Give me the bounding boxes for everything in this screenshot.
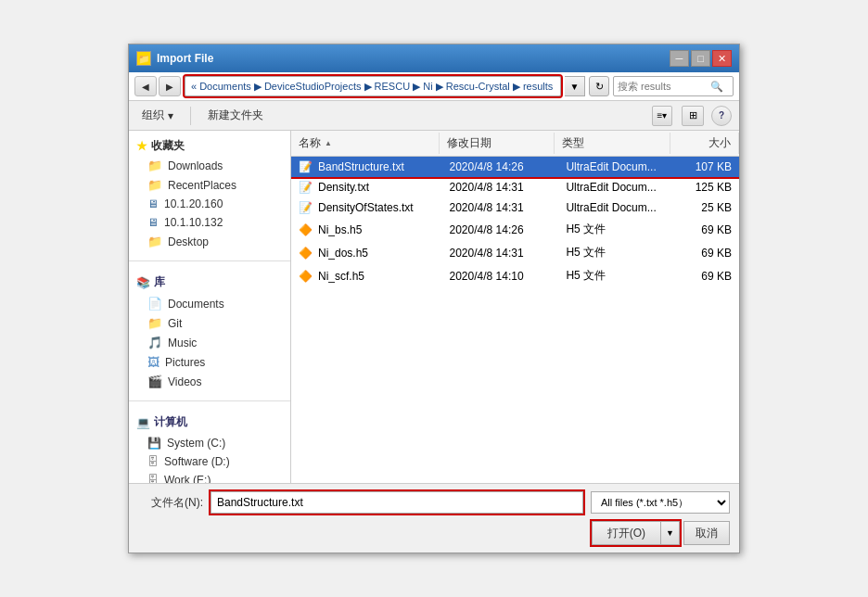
txt-file-icon: 📝 bbox=[299, 201, 313, 214]
open-button-group: 打开(O) ▼ bbox=[592, 521, 680, 545]
title-bar-left: 📁 Import File bbox=[136, 51, 213, 66]
col-name[interactable]: 名称 ▲ bbox=[291, 133, 440, 154]
table-row[interactable]: 📝 DensityOfStates.txt 2020/4/8 14:31 Ult… bbox=[291, 197, 739, 218]
file-date: 2020/4/8 14:31 bbox=[450, 181, 524, 194]
sidebar-item-10120160-label: 10.1.20.160 bbox=[164, 197, 223, 210]
col-type-label: 类型 bbox=[562, 136, 584, 149]
table-row[interactable]: 🔶 Ni_bs.h5 2020/4/8 14:26 H5 文件 69 KB bbox=[291, 218, 739, 241]
search-icon: 🔍 bbox=[710, 81, 723, 93]
sort-arrow-icon: ▲ bbox=[325, 139, 332, 147]
organize-dropdown-icon: ▾ bbox=[168, 109, 173, 122]
computer-section: 💻 计算机 💾 System (C:) 🗄 Software (D:) 🗄 Wo… bbox=[129, 405, 290, 483]
sidebar-item-git[interactable]: 📁 Git bbox=[129, 313, 290, 333]
file-size: 125 KB bbox=[696, 181, 732, 194]
file-size-cell: 69 KB bbox=[670, 222, 739, 238]
table-row[interactable]: 🔶 Ni_scf.h5 2020/4/8 14:10 H5 文件 69 KB bbox=[291, 264, 739, 287]
sidebar-item-work-e[interactable]: 🗄 Work (E:) bbox=[129, 471, 290, 483]
video-icon: 🎬 bbox=[147, 375, 162, 388]
toolbar: 组织 ▾ 新建文件夹 ≡▾ ⊞ ? bbox=[129, 101, 739, 131]
sidebar-item-pictures[interactable]: 🖼 Pictures bbox=[129, 352, 290, 372]
table-row[interactable]: 📝 BandStructure.txt 2020/4/8 14:26 Ultra… bbox=[291, 157, 739, 177]
organize-label: 组织 bbox=[142, 108, 164, 123]
help-button[interactable]: ? bbox=[711, 106, 732, 126]
sidebar-divider-1 bbox=[129, 260, 290, 261]
close-button[interactable]: ✕ bbox=[712, 50, 732, 67]
search-input[interactable] bbox=[618, 81, 710, 92]
toolbar-separator bbox=[190, 107, 191, 125]
sidebar-item-videos-label: Videos bbox=[168, 375, 201, 388]
computer-header[interactable]: 💻 计算机 bbox=[129, 411, 290, 434]
refresh-button[interactable]: ↻ bbox=[589, 76, 609, 96]
sidebar-item-recentplaces[interactable]: 📁 RecentPlaces bbox=[129, 175, 290, 195]
col-date-label: 修改日期 bbox=[447, 136, 491, 149]
file-type-cell: UltraEdit Docum... bbox=[558, 179, 670, 196]
sidebar-item-desktop[interactable]: 📁 Desktop bbox=[129, 232, 290, 251]
file-size-cell: 69 KB bbox=[670, 268, 739, 285]
filetype-select[interactable]: All files (*.txt *.h5） bbox=[591, 491, 730, 514]
bottom-area: 文件名(N): All files (*.txt *.h5） 打开(O) ▼ 取… bbox=[129, 483, 739, 553]
file-date: 2020/4/8 14:10 bbox=[450, 270, 524, 283]
file-date-cell: 2020/4/8 14:31 bbox=[442, 179, 559, 196]
music-icon: 🎵 bbox=[147, 336, 162, 349]
forward-button[interactable]: ▶ bbox=[159, 76, 181, 96]
col-date[interactable]: 修改日期 bbox=[440, 133, 555, 154]
sidebar-item-downloads[interactable]: 📁 Downloads bbox=[129, 156, 290, 175]
open-button[interactable]: 打开(O) bbox=[592, 521, 661, 545]
new-folder-button[interactable]: 新建文件夹 bbox=[202, 105, 269, 126]
sidebar-item-software-d-label: Software (D:) bbox=[164, 455, 230, 468]
sidebar-item-10120160[interactable]: 🖥 10.1.20.160 bbox=[129, 195, 290, 213]
back-button[interactable]: ◀ bbox=[134, 76, 157, 96]
sidebar-divider-2 bbox=[129, 400, 290, 401]
col-size[interactable]: 大小 bbox=[670, 133, 739, 154]
file-name: Ni_bs.h5 bbox=[318, 223, 362, 236]
sidebar-item-desktop-label: Desktop bbox=[168, 235, 209, 248]
libraries-header[interactable]: 📚 库 bbox=[129, 271, 290, 294]
file-name-cell: 📝 BandStructure.txt bbox=[291, 159, 442, 175]
details-view-button[interactable]: ⊞ bbox=[682, 106, 704, 126]
cancel-button[interactable]: 取消 bbox=[683, 521, 730, 545]
sidebar-item-pictures-label: Pictures bbox=[165, 356, 205, 369]
filename-input[interactable] bbox=[211, 491, 583, 514]
sidebar-item-software-d[interactable]: 🗄 Software (D:) bbox=[129, 452, 290, 471]
path-bar[interactable]: « Documents ▶ DeviceStudioProjects ▶ RES… bbox=[185, 76, 561, 96]
sidebar-item-documents-label: Documents bbox=[168, 298, 224, 311]
favorites-header[interactable]: ★ 收藏夹 bbox=[129, 136, 290, 156]
file-type-cell: UltraEdit Docum... bbox=[558, 159, 670, 175]
file-type-cell: UltraEdit Docum... bbox=[558, 199, 670, 216]
open-dropdown-button[interactable]: ▼ bbox=[661, 521, 680, 545]
table-row[interactable]: 📝 Density.txt 2020/4/8 14:31 UltraEdit D… bbox=[291, 177, 739, 197]
favorites-label: 收藏夹 bbox=[151, 138, 185, 154]
file-name-cell: 🔶 Ni_scf.h5 bbox=[291, 268, 442, 285]
computer-label: 计算机 bbox=[154, 414, 187, 430]
file-date-cell: 2020/4/8 14:31 bbox=[442, 245, 559, 261]
sidebar-item-downloads-label: Downloads bbox=[168, 159, 223, 172]
maximize-button[interactable]: □ bbox=[691, 50, 710, 67]
file-size: 25 KB bbox=[701, 201, 732, 214]
file-size-cell: 107 KB bbox=[670, 159, 739, 175]
file-type-cell: H5 文件 bbox=[558, 243, 670, 262]
txt-file-icon: 📝 bbox=[299, 181, 313, 194]
file-type: UltraEdit Docum... bbox=[566, 181, 656, 194]
path-text: « Documents ▶ DeviceStudioProjects ▶ RES… bbox=[191, 81, 553, 93]
sidebar-item-work-e-label: Work (E:) bbox=[164, 474, 211, 483]
file-type: UltraEdit Docum... bbox=[566, 160, 656, 173]
organize-button[interactable]: 组织 ▾ bbox=[136, 105, 179, 126]
search-bar: 🔍 bbox=[613, 76, 734, 96]
sidebar-item-videos[interactable]: 🎬 Videos bbox=[129, 372, 290, 391]
sidebar-item-music[interactable]: 🎵 Music bbox=[129, 333, 290, 352]
sidebar-item-documents[interactable]: 📄 Documents bbox=[129, 294, 290, 313]
file-type: UltraEdit Docum... bbox=[566, 201, 656, 214]
sidebar-item-system-c[interactable]: 💾 System (C:) bbox=[129, 434, 290, 452]
minimize-button[interactable]: ─ bbox=[670, 50, 689, 67]
drive-icon: 🗄 bbox=[147, 474, 159, 483]
dialog-icon: 📁 bbox=[136, 51, 151, 66]
view-button[interactable]: ≡▾ bbox=[652, 106, 672, 126]
lib-icon: 📚 bbox=[136, 276, 150, 289]
filename-row: 文件名(N): All files (*.txt *.h5） bbox=[138, 491, 730, 514]
col-type[interactable]: 类型 bbox=[555, 133, 670, 154]
table-row[interactable]: 🔶 Ni_dos.h5 2020/4/8 14:31 H5 文件 69 KB bbox=[291, 241, 739, 264]
sidebar-item-10110132[interactable]: 🖥 10.1.10.132 bbox=[129, 213, 290, 232]
path-dropdown-button[interactable]: ▼ bbox=[565, 76, 585, 96]
file-name-cell: 📝 Density.txt bbox=[291, 179, 442, 196]
import-file-dialog: 📁 Import File ─ □ ✕ ◀ ▶ « Documents ▶ De… bbox=[128, 44, 740, 553]
